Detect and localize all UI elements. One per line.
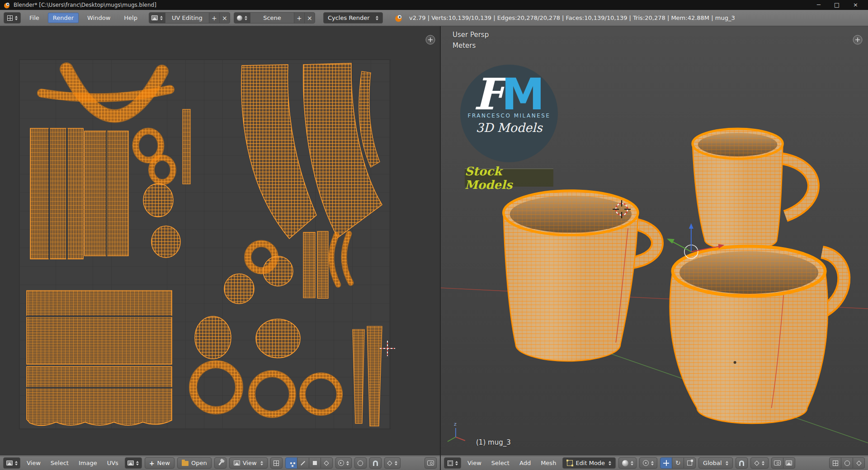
viewport-canvas[interactable]: z User Persp Meters (1) mug_3: [441, 26, 868, 456]
sticky-selection-icon: [338, 460, 344, 466]
draw-channels-value: View: [243, 460, 257, 466]
snap-element-icon: [754, 461, 759, 465]
screen-layout-icon: [151, 15, 158, 20]
scopes-toggle-button[interactable]: [425, 457, 437, 469]
window-controls: ─ □ ×: [817, 0, 864, 10]
object-origin-dot: [734, 361, 736, 364]
v3d-menu-add[interactable]: Add: [516, 458, 534, 468]
manipulator-scale-button[interactable]: [684, 457, 696, 469]
occlude-icon: [856, 461, 861, 465]
maximize-button[interactable]: □: [834, 0, 840, 10]
dropdown-arrows-icon: [15, 16, 18, 20]
close-button[interactable]: ×: [853, 0, 858, 10]
uv-select-vertex-button[interactable]: [285, 457, 297, 469]
screen-layout-browse-button[interactable]: [149, 13, 165, 23]
folder-icon: [182, 461, 189, 466]
scale-icon: [687, 461, 692, 465]
pin-image-button[interactable]: [214, 457, 226, 469]
v3d-menu-select[interactable]: Select: [488, 458, 513, 468]
magnet-icon: [373, 461, 378, 466]
pivot-center-dropdown[interactable]: [639, 457, 657, 469]
image-browse-button[interactable]: [125, 457, 142, 469]
uv-select-face-button[interactable]: [309, 457, 321, 469]
transform-orientation-dropdown[interactable]: Global: [698, 457, 732, 469]
dropdown-arrows-icon: [631, 461, 633, 465]
snap-toggle-button[interactable]: [736, 457, 748, 469]
uv-menu-view[interactable]: View: [23, 458, 44, 468]
shading-sphere-icon: [622, 460, 628, 466]
scopes-icon: [427, 461, 434, 465]
v3d-menu-view[interactable]: View: [464, 458, 485, 468]
editor-type-button-3d[interactable]: [444, 457, 461, 469]
layers-button[interactable]: [829, 457, 841, 469]
scene-icon: [237, 15, 242, 21]
draw-channels-icon: [234, 461, 240, 465]
uv-menu-image[interactable]: Image: [75, 458, 101, 468]
uv-menu-uvs[interactable]: UVs: [104, 458, 122, 468]
dropdown-arrows-icon: [160, 16, 163, 20]
viewport-svg[interactable]: z: [441, 26, 868, 456]
snap-element-dropdown[interactable]: [384, 457, 401, 469]
screen-layout-delete-button[interactable]: ×: [219, 13, 230, 23]
menu-render[interactable]: Render: [48, 13, 79, 23]
sticky-selection-dropdown[interactable]: [335, 457, 352, 469]
scene-name[interactable]: Scene: [250, 13, 294, 23]
mode-dropdown[interactable]: Edit Mode: [562, 457, 616, 469]
uv-canvas-svg[interactable]: [0, 26, 440, 456]
scene-add-button[interactable]: +: [294, 13, 304, 23]
editors-area: View Select Image UVs + New Open: [0, 26, 868, 470]
info-editor-icon: [7, 15, 13, 21]
edge-select-icon: [301, 461, 305, 465]
v3d-menu-mesh[interactable]: Mesh: [537, 458, 560, 468]
vertex-select-icon: [290, 462, 292, 464]
translate-icon: [663, 460, 669, 466]
viewport-3d-icon: [448, 461, 453, 466]
uv-select-edge-button[interactable]: [297, 457, 309, 469]
dropdown-arrows-icon: [762, 461, 764, 465]
dropdown-arrows-icon: [260, 461, 263, 465]
screen-layout-add-button[interactable]: +: [209, 13, 219, 23]
blender-stats-icon: [395, 14, 403, 22]
minimize-button[interactable]: ─: [817, 0, 821, 10]
proportional-edit-button[interactable]: [354, 457, 367, 469]
uv-select-island-button[interactable]: [321, 457, 333, 469]
render-engine-dropdown[interactable]: Cycles Render: [323, 12, 383, 24]
screen-layout-name[interactable]: UV Editing: [165, 13, 209, 23]
open-image-button[interactable]: Open: [177, 457, 212, 469]
menu-help[interactable]: Help: [119, 13, 142, 23]
scene-delete-button[interactable]: ×: [304, 13, 315, 23]
render-image-icon: [786, 461, 792, 465]
uv-menu-select[interactable]: Select: [47, 458, 72, 468]
editor-type-button-info[interactable]: [4, 12, 21, 24]
scene-browse-button[interactable]: [234, 13, 250, 23]
opengl-render-anim-button[interactable]: [783, 457, 795, 469]
dropdown-arrows-icon: [455, 461, 458, 465]
orientation-value: Global: [703, 460, 722, 466]
viewport-properties-toggle[interactable]: [853, 35, 862, 44]
manipulator-translate-button[interactable]: [660, 457, 672, 469]
uv-sync-selection-toggle[interactable]: [270, 457, 283, 469]
draw-channels-dropdown[interactable]: View: [229, 457, 268, 469]
dropdown-arrows-icon: [136, 461, 139, 465]
scene-selector: Scene + ×: [234, 12, 315, 24]
dropdown-arrows-icon: [376, 16, 378, 20]
proportional-edit-button[interactable]: [841, 457, 853, 469]
new-image-button[interactable]: + New: [145, 457, 175, 469]
viewport-shading-dropdown[interactable]: [618, 457, 637, 469]
opengl-render-button[interactable]: [771, 457, 783, 469]
snap-element-dropdown[interactable]: [750, 457, 769, 469]
occlude-geometry-button[interactable]: [853, 457, 865, 469]
manipulator-rotate-button[interactable]: ↻: [672, 457, 684, 469]
screen-layout-selector: UV Editing + ×: [149, 12, 230, 24]
image-editor-icon: [6, 461, 13, 465]
editor-type-button-image[interactable]: [3, 457, 20, 469]
snap-toggle-button[interactable]: [369, 457, 382, 469]
menu-file[interactable]: File: [24, 13, 44, 23]
uv-properties-toggle[interactable]: [426, 35, 435, 44]
magnet-icon: [739, 461, 744, 466]
menu-window[interactable]: Window: [82, 13, 115, 23]
open-image-label: Open: [191, 460, 207, 466]
header-right-group: [829, 457, 865, 469]
uv-canvas[interactable]: [0, 26, 440, 456]
render-engine-value: Cycles Render: [328, 14, 370, 21]
